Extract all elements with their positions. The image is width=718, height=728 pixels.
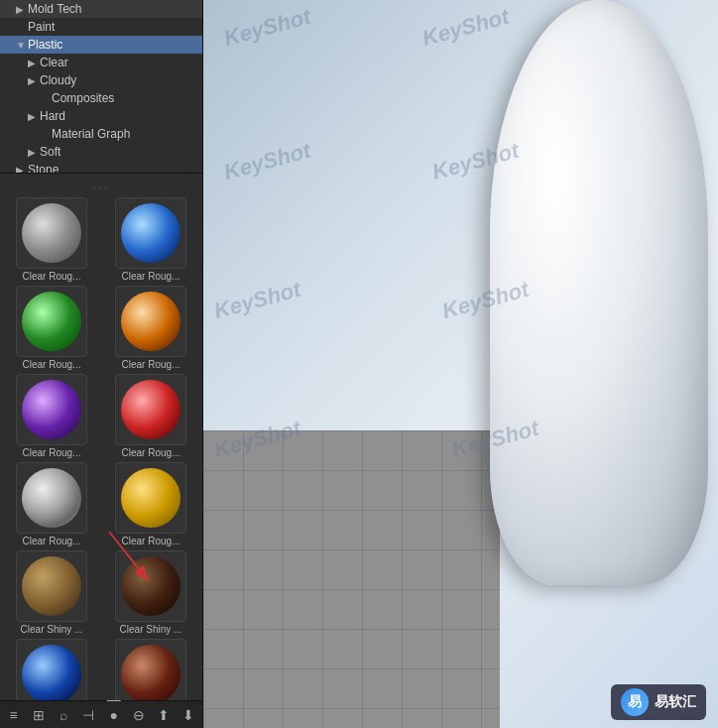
material-item[interactable]	[4, 639, 99, 700]
tree-item-hard[interactable]: Hard	[0, 107, 202, 125]
material-thumbnail	[16, 197, 87, 269]
sphere	[22, 380, 81, 439]
material-item[interactable]: Clear Roug...	[4, 374, 99, 458]
tree-item-soft[interactable]: Soft	[0, 143, 202, 161]
main-layout: Mold Tech Paint Plastic Clear Cloudy Com	[0, 0, 718, 728]
pin-left-icon: ⊣	[82, 707, 94, 723]
upload-button[interactable]: ⬆	[155, 705, 174, 725]
zoom-out-icon: ⊖	[133, 707, 145, 723]
material-item[interactable]: Clear Roug...	[4, 462, 99, 546]
material-item[interactable]: Clear Roug...	[4, 286, 99, 370]
zoom-out-button[interactable]: ⊖	[129, 705, 148, 725]
material-item[interactable]: Clear Roug...	[103, 286, 198, 370]
tree-label: Clear	[40, 56, 68, 69]
sphere	[22, 645, 81, 700]
material-item[interactable]: Clear Shiny ...	[4, 550, 99, 635]
brand-badge: 易 易软汇	[611, 684, 706, 720]
sphere	[121, 556, 180, 616]
brand-name: 易软汇	[655, 693, 696, 711]
material-item[interactable]	[103, 639, 198, 700]
sphere	[22, 556, 81, 616]
tree-item-composites[interactable]: Composites	[0, 89, 202, 107]
tree-label: Material Graph	[52, 127, 130, 141]
material-thumbnail	[115, 639, 186, 700]
tree-section: Mold Tech Paint Plastic Clear Cloudy Com	[0, 0, 202, 174]
tree-item-clear[interactable]: Clear	[0, 54, 202, 71]
tree-item-plastic[interactable]: Plastic	[0, 36, 202, 54]
material-thumbnail	[115, 197, 186, 269]
tree-arrow	[16, 165, 28, 175]
sphere	[121, 292, 180, 351]
material-item[interactable]: Clear Roug...	[4, 197, 99, 282]
grid-view-button[interactable]: ⊞	[29, 705, 48, 725]
material-thumbnail	[16, 462, 87, 534]
material-thumbnail	[16, 550, 87, 622]
tree-label: Hard	[40, 109, 65, 123]
material-thumbnail	[115, 374, 186, 445]
tree-item-cloudy[interactable]: Cloudy	[0, 71, 202, 89]
left-panel: Mold Tech Paint Plastic Clear Cloudy Com	[0, 0, 203, 728]
material-label: Clear Roug...	[12, 536, 91, 546]
search-icon: ⌕	[60, 707, 67, 723]
tree-label: Stone	[28, 163, 59, 174]
sphere	[121, 203, 180, 263]
tree-label: Soft	[40, 145, 60, 159]
tree-label: Paint	[28, 20, 55, 34]
tree-label: Cloudy	[40, 73, 76, 87]
pin-left-button[interactable]: ⊣	[79, 705, 98, 725]
material-label: Clear Roug...	[111, 447, 190, 458]
drag-handle[interactable]: ...	[0, 174, 202, 193]
list-view-icon: ≡	[10, 707, 18, 723]
material-grid-section: Clear Roug... Clear Roug... Clear Roug..…	[0, 193, 202, 700]
slider-button[interactable]: —●—	[104, 705, 123, 725]
tree-label: Mold Tech	[28, 2, 81, 16]
material-label: Clear Roug...	[12, 271, 91, 282]
tree-arrow	[28, 58, 40, 68]
material-label: Clear Roug...	[111, 271, 190, 282]
material-item[interactable]: Clear Roug...	[103, 197, 198, 282]
sphere	[121, 645, 180, 700]
material-label: Clear Roug...	[111, 359, 190, 370]
ceramic-object	[490, 0, 708, 585]
tree-arrow	[28, 75, 40, 86]
material-item[interactable]: Clear Roug...	[103, 462, 198, 546]
sphere	[121, 468, 180, 528]
material-thumbnail	[16, 374, 87, 445]
material-thumbnail	[16, 639, 87, 700]
grid-view-icon: ⊞	[33, 707, 45, 723]
material-grid: Clear Roug... Clear Roug... Clear Roug..…	[4, 197, 198, 700]
tree-label: Plastic	[28, 38, 62, 52]
grid-floor	[203, 430, 500, 728]
material-label: Clear Roug...	[111, 536, 190, 546]
material-label: Clear Roug...	[12, 447, 91, 458]
tree-item-paint[interactable]: Paint	[0, 18, 202, 36]
sphere	[22, 468, 81, 528]
sphere	[121, 380, 180, 439]
download-button[interactable]: ⬇	[180, 705, 198, 725]
sphere	[22, 292, 81, 351]
material-item[interactable]: Clear Roug...	[103, 374, 198, 458]
material-thumbnail	[115, 550, 186, 622]
tree-arrow	[28, 111, 40, 122]
tree-arrow	[28, 147, 40, 158]
material-label: Clear Roug...	[12, 359, 91, 370]
brand-icon-char: 易	[628, 693, 642, 711]
download-icon: ⬇	[182, 707, 194, 723]
material-label: Clear Shiny ...	[111, 624, 190, 635]
material-thumbnail	[115, 462, 186, 534]
sphere	[22, 203, 81, 263]
search-button[interactable]: ⌕	[55, 705, 73, 725]
tree-item-material-graph[interactable]: Material Graph	[0, 125, 202, 143]
tree-item-mold-tech[interactable]: Mold Tech	[0, 0, 202, 18]
tree-label: Composites	[52, 91, 114, 105]
render-view: KeyShot KeyShot KeyShot KeyShot KeyShot …	[203, 0, 718, 728]
list-view-button[interactable]: ≡	[4, 705, 23, 725]
material-thumbnail	[16, 286, 87, 357]
bottom-toolbar: ≡ ⊞ ⌕ ⊣ —●— ⊖ ⬆ ⬇	[0, 700, 202, 728]
material-item[interactable]: Clear Shiny ...	[103, 550, 198, 635]
tree-item-stone[interactable]: Stone	[0, 161, 202, 174]
material-label: Clear Shiny ...	[12, 624, 91, 635]
tree-arrow	[16, 40, 28, 51]
upload-icon: ⬆	[158, 707, 170, 723]
material-thumbnail	[115, 286, 186, 357]
